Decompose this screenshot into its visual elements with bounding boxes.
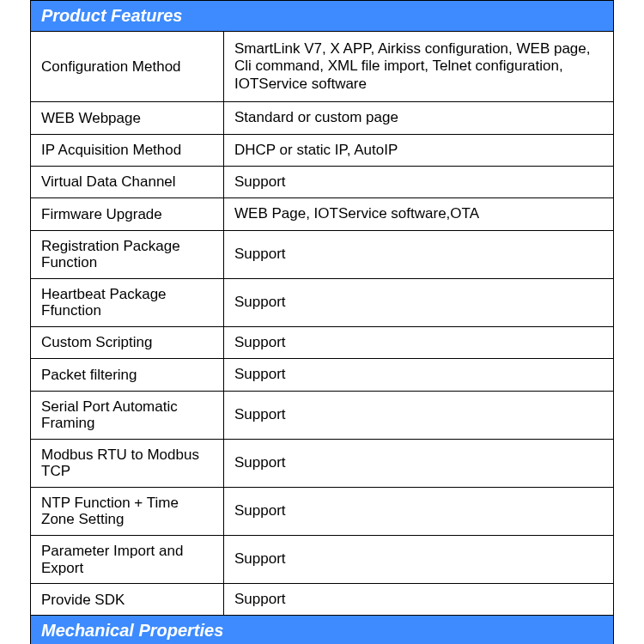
row-value: Support: [224, 327, 613, 358]
table-row: Custom ScriptingSupport: [31, 326, 613, 358]
table-row: Virtual Data ChannelSupport: [31, 166, 613, 197]
row-value: Support: [224, 167, 613, 197]
table-row: Registration Package FunctionSupport: [31, 230, 613, 278]
table-row: Parameter Import and ExportSupport: [31, 535, 613, 583]
row-value: Support: [224, 584, 613, 615]
row-label: Packet filtering: [31, 359, 224, 390]
table-row: Packet filteringSupport: [31, 358, 613, 390]
row-label: Virtual Data Channel: [31, 167, 224, 197]
row-label: Modbus RTU to Modbus TCP: [31, 440, 224, 487]
row-label: NTP Function + Time Zone Setting: [31, 488, 224, 535]
row-label: Serial Port Automatic Framing: [31, 392, 224, 439]
row-value: Support: [224, 279, 613, 326]
table-row: Configuration MethodSmartLink V7, X APP,…: [31, 31, 613, 101]
row-label: Firmware Upgrade: [31, 198, 224, 229]
table-row: NTP Function + Time Zone SettingSupport: [31, 487, 613, 535]
table-row: IP Acquisition MethodDHCP or static IP, …: [31, 134, 613, 166]
row-label: Heartbeat Package Ffunction: [31, 279, 224, 326]
row-label: Configuration Method: [31, 32, 224, 101]
table-row: Provide SDKSupport: [31, 583, 613, 615]
table-row: Firmware UpgradeWEB Page, IOTService sof…: [31, 197, 613, 229]
row-value: Support: [224, 440, 613, 487]
row-value: Standard or custom page: [224, 102, 613, 133]
row-label: Provide SDK: [31, 584, 224, 615]
table-row: Heartbeat Package FfunctionSupport: [31, 278, 613, 326]
row-value: DHCP or static IP, AutoIP: [224, 135, 613, 166]
row-label: WEB Webpage: [31, 102, 224, 133]
table-row: WEB WebpageStandard or custom page: [31, 101, 613, 133]
spec-table: Product FeaturesConfiguration MethodSmar…: [30, 0, 614, 644]
table-row: Modbus RTU to Modbus TCPSupport: [31, 439, 613, 487]
row-label: Registration Package Function: [31, 231, 224, 278]
row-value: WEB Page, IOTService software,OTA: [224, 198, 613, 229]
row-value: Support: [224, 536, 613, 583]
section-header: Product Features: [31, 0, 613, 31]
row-label: Parameter Import and Export: [31, 536, 224, 583]
table-row: Serial Port Automatic FramingSupport: [31, 391, 613, 439]
row-value: Support: [224, 359, 613, 390]
section-header: Mechanical Properties: [31, 615, 613, 644]
row-label: Custom Scripting: [31, 327, 224, 358]
row-label: IP Acquisition Method: [31, 135, 224, 166]
row-value: SmartLink V7, X APP, Airkiss configurati…: [224, 32, 613, 101]
row-value: Support: [224, 488, 613, 535]
row-value: Support: [224, 231, 613, 278]
row-value: Support: [224, 392, 613, 439]
